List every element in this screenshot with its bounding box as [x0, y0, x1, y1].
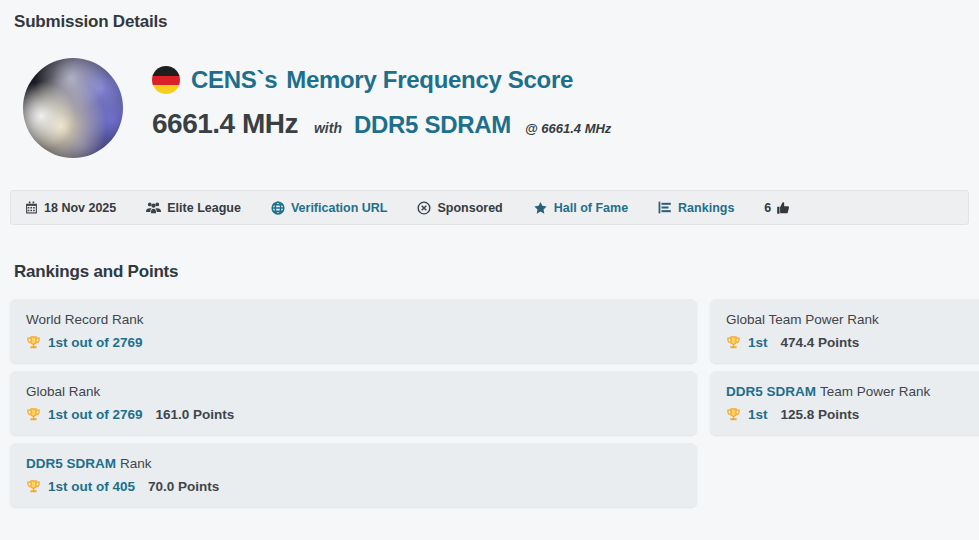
- hall-of-fame-label: Hall of Fame: [554, 201, 628, 215]
- trophy-icon: [726, 335, 741, 350]
- card-title-text: Rank: [120, 456, 152, 471]
- rank-link[interactable]: 1st out of 2769: [48, 335, 143, 350]
- card-title: DDR5 SDRAMTeam Power Rank: [726, 384, 979, 399]
- avatar[interactable]: [23, 58, 123, 158]
- card-title: DDR5 SDRAMRank: [26, 456, 681, 471]
- rank-link[interactable]: 1st: [748, 407, 768, 422]
- submission-header: CENS`sMemory Frequency Score 6661.4 MHz …: [23, 58, 969, 158]
- card-rank-row: 1st out of 2769 161.0 Points: [26, 407, 681, 422]
- card-title: World Record Rank: [26, 312, 681, 327]
- calendar-icon: [25, 201, 38, 214]
- meta-league-label: Elite League: [167, 201, 241, 215]
- globe-icon: [271, 201, 285, 215]
- hardware-link[interactable]: DDR5 SDRAM: [354, 111, 511, 139]
- rankings-cards-left: World Record Rank 1st out of 2769 Global…: [10, 299, 697, 507]
- card-rank-row: 1st out of 405 70.0 Points: [26, 479, 681, 494]
- hardware-link[interactable]: DDR5 SDRAM: [26, 456, 116, 471]
- card-title-text: Global Team Power Rank: [726, 312, 879, 327]
- global-rank-card: Global Rank 1st out of 2769 161.0 Points: [10, 371, 697, 435]
- rankings-label: Rankings: [678, 201, 734, 215]
- hardware-team-power-rank-card: DDR5 SDRAMTeam Power Rank 1st 125.8 Poin…: [710, 371, 979, 435]
- verification-url-link[interactable]: Verification URL: [271, 201, 388, 215]
- hardware-rank-card: DDR5 SDRAMRank 1st out of 405 70.0 Point…: [10, 443, 697, 507]
- card-title: Global Team Power Rank: [726, 312, 979, 327]
- points-value: 161.0 Points: [156, 407, 235, 422]
- meta-sponsored: Sponsored: [417, 201, 502, 215]
- rank-link[interactable]: 1st: [748, 335, 768, 350]
- trophy-icon: [26, 407, 41, 422]
- page-title: Submission Details: [14, 12, 969, 32]
- world-record-rank-card: World Record Rank 1st out of 2769: [10, 299, 697, 363]
- global-team-power-rank-card: Global Team Power Rank 1st 474.4 Points: [710, 299, 979, 363]
- star-icon: [533, 201, 548, 215]
- sponsored-circle-x-icon: [417, 201, 431, 215]
- rankings-cards-right: Global Team Power Rank 1st 474.4 Points …: [710, 299, 979, 435]
- submission-title: CENS`sMemory Frequency Score: [191, 66, 573, 94]
- owner-name[interactable]: CENS`s: [191, 66, 277, 93]
- meta-bar: 18 Nov 2025 Elite League Verification UR…: [10, 190, 969, 225]
- rankings-link[interactable]: Rankings: [658, 201, 734, 215]
- likes-button[interactable]: 6: [764, 201, 790, 215]
- at-frequency-label: @ 6661.4 MHz: [525, 121, 611, 136]
- meta-sponsored-label: Sponsored: [437, 201, 502, 215]
- card-title-text: World Record Rank: [26, 312, 144, 327]
- submission-title-line: CENS`sMemory Frequency Score: [152, 66, 611, 94]
- submission-details-page: Submission Details CENS`sMemory Frequenc…: [0, 0, 979, 507]
- score-line: 6661.4 MHz with DDR5 SDRAM @ 6661.4 MHz: [152, 108, 611, 140]
- trophy-icon: [726, 407, 741, 422]
- rankings-cards: World Record Rank 1st out of 2769 Global…: [10, 299, 969, 507]
- rank-link[interactable]: 1st out of 405: [48, 479, 135, 494]
- card-rank-row: 1st 474.4 Points: [726, 335, 979, 350]
- with-label: with: [314, 120, 342, 136]
- points-value: 474.4 Points: [781, 335, 860, 350]
- verification-url-label: Verification URL: [291, 201, 388, 215]
- points-value: 70.0 Points: [148, 479, 219, 494]
- trophy-icon: [26, 479, 41, 494]
- benchmark-name: Memory Frequency Score: [286, 66, 573, 93]
- meta-date: 18 Nov 2025: [25, 201, 116, 215]
- likes-count: 6: [764, 201, 771, 215]
- germany-flag-icon: [152, 66, 180, 94]
- score-value: 6661.4 MHz: [152, 108, 298, 140]
- rankings-section-title: Rankings and Points: [14, 262, 969, 282]
- trophy-icon: [26, 335, 41, 350]
- league-users-icon: [146, 201, 161, 214]
- points-value: 125.8 Points: [781, 407, 860, 422]
- hardware-link[interactable]: DDR5 SDRAM: [726, 384, 816, 399]
- rank-link[interactable]: 1st out of 2769: [48, 407, 143, 422]
- card-rank-row: 1st 125.8 Points: [726, 407, 979, 422]
- card-title: Global Rank: [26, 384, 681, 399]
- card-rank-row: 1st out of 2769: [26, 335, 681, 350]
- meta-date-label: 18 Nov 2025: [44, 201, 116, 215]
- card-title-text: Global Rank: [26, 384, 100, 399]
- thumbs-up-icon: [776, 201, 790, 215]
- meta-league: Elite League: [146, 201, 241, 215]
- submission-header-text: CENS`sMemory Frequency Score 6661.4 MHz …: [152, 58, 611, 140]
- leaderboard-icon: [658, 201, 672, 214]
- hall-of-fame-link[interactable]: Hall of Fame: [533, 201, 628, 215]
- card-title-text: Team Power Rank: [820, 384, 930, 399]
